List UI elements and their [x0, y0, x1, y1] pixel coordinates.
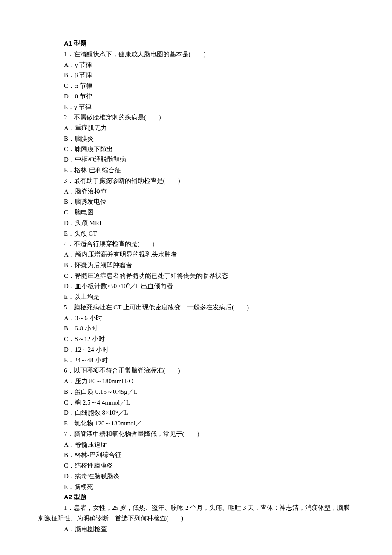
- option-text: B．脑诱发电位: [64, 198, 107, 205]
- option: B．格林-巴利综合征: [38, 450, 354, 460]
- option-text: D．中枢神经脱髓鞘病: [64, 156, 126, 163]
- option: A．脑脊液检查: [38, 186, 354, 197]
- section-header-a1: A1 型题: [38, 38, 354, 49]
- option: A．3～6 小时: [38, 313, 354, 324]
- option: B．脑诱发电位: [38, 197, 354, 207]
- option: C．8～12 小时: [38, 334, 354, 344]
- question-text: 4．不适合行腰穿检查的是( ): [64, 240, 155, 247]
- question-text: 1．在清醒状态下，健康成人脑电图的基本是( ): [64, 51, 206, 58]
- option: A．脑电图检查: [38, 524, 354, 535]
- option: B．脑膜炎: [38, 133, 354, 144]
- option-text: C．α 节律: [64, 82, 92, 89]
- option: E．脑梗死: [38, 482, 354, 492]
- option-text: B．β 节律: [64, 72, 92, 78]
- option: A．脊髓压迫症: [38, 439, 354, 450]
- option: A．γ 节律: [38, 60, 354, 70]
- option-text: E．以上均是: [64, 293, 100, 300]
- option-text: C．蛛网膜下隙出: [64, 146, 113, 153]
- option: A．重症肌无力: [38, 123, 354, 133]
- option-text: A．3～6 小时: [64, 315, 102, 321]
- option-text: A．脊髓压迫症: [64, 441, 107, 448]
- section-header-a1-text: A1 型题: [64, 40, 86, 47]
- question-stem: 7．脑脊液中糖和氯化物含量降低，常见于( ): [38, 429, 354, 439]
- option: D．头颅 MRI: [38, 218, 354, 228]
- option-text: B．格林-巴利综合征: [64, 451, 121, 458]
- option: E．γ 节律: [38, 102, 354, 113]
- option-text: A．压力 80～180mmH₂O: [64, 378, 133, 384]
- option: D．中枢神经脱髓鞘病: [38, 154, 354, 165]
- option: B．蛋白质 0.15～0.45g／L: [38, 387, 354, 397]
- option-text: E．γ 节律: [64, 104, 92, 110]
- option-text: E．头颅 CT: [64, 230, 97, 237]
- option-text: D．12～24 小时: [64, 346, 109, 353]
- option: D．病毒性脑膜脑炎: [38, 471, 354, 482]
- option-text: C．脊髓压迫症患者的脊髓功能已处于即将丧失的临界状态: [64, 272, 228, 279]
- option-text: D．θ 节律: [64, 93, 92, 100]
- question-stem: 3．最有助于癫痫诊断的辅助检查是( ): [38, 176, 354, 186]
- option-text: D．血小板计数<50×10⁹／L 出血倾向者: [64, 283, 173, 289]
- question-stem: 2．不需做腰椎穿刺的疾病是( ): [38, 112, 354, 123]
- option-text: E．格林-巴利综合征: [64, 167, 121, 173]
- option-text: B．蛋白质 0.15～0.45g／L: [64, 388, 138, 395]
- option-text: A．颅内压增高并有明显的视乳头水肿者: [64, 251, 177, 258]
- question-text: 7．脑脊液中糖和氯化物含量降低，常见于( ): [64, 431, 199, 437]
- option-text: B．6-8 小时: [64, 325, 98, 332]
- option: B．β 节律: [38, 70, 354, 81]
- option: C．脊髓压迫症患者的脊髓功能已处于即将丧失的临界状态: [38, 271, 354, 281]
- option-text: C．脑电图: [64, 209, 94, 216]
- question-text: 6．以下哪项不符合正常脑脊液标准( ): [64, 367, 180, 374]
- option: E．24～48 小时: [38, 355, 354, 366]
- option: E．格林-巴利综合征: [38, 165, 354, 176]
- option-text: A．脑电图检查: [64, 526, 107, 532]
- option-text: B．怀疑为后颅凹肿瘤者: [64, 262, 132, 269]
- option-text: A．γ 节律: [64, 61, 92, 68]
- option: E．以上均是: [38, 292, 354, 302]
- option-text: D．白细胞数 8×10⁶／L: [64, 409, 128, 416]
- question-text: 2．不需做腰椎穿刺的疾病是( ): [64, 114, 161, 121]
- question-text: 5．脑梗死病灶在 CT 上可出现低密度改变，一般多在发病后( ): [64, 304, 249, 311]
- option: C．糖 2.5～4.4mmol／L: [38, 397, 354, 408]
- option: D．θ 节律: [38, 91, 354, 102]
- question-stem: 1．患者，女性，25 岁，低热、盗汗、咳嗽 2 个月，头痛、呕吐 3 天，查体：…: [38, 503, 354, 524]
- option: B．怀疑为后颅凹肿瘤者: [38, 260, 354, 271]
- question-text: 1．患者，女性，25 岁，低热、盗汗、咳嗽 2 个月，头痛、呕吐 3 天，查体：…: [38, 504, 350, 522]
- question-stem: 6．以下哪项不符合正常脑脊液标准( ): [38, 365, 354, 376]
- option: A．颅内压增高并有明显的视乳头水肿者: [38, 249, 354, 260]
- question-stem: 4．不适合行腰穿检查的是( ): [38, 239, 354, 249]
- option: C．脑电图: [38, 207, 354, 218]
- option-text: A．重症肌无力: [64, 124, 107, 131]
- option-text: E．24～48 小时: [64, 357, 108, 364]
- option: D．血小板计数<50×10⁹／L 出血倾向者: [38, 281, 354, 292]
- option-text: D．头颅 MRI: [64, 220, 101, 226]
- option: E．氯化物 120～130mmol／: [38, 418, 354, 429]
- option-text: D．病毒性脑膜脑炎: [64, 473, 120, 480]
- option: C．蛛网膜下隙出: [38, 144, 354, 155]
- document-page: A1 型题 1．在清醒状态下，健康成人脑电图的基本是( ) A．γ 节律 B．β…: [0, 0, 392, 555]
- option: C．α 节律: [38, 81, 354, 91]
- option: B．6-8 小时: [38, 323, 354, 334]
- option: E．头颅 CT: [38, 228, 354, 239]
- option-text: C．结核性脑膜炎: [64, 462, 113, 469]
- question-text: 3．最有助于癫痫诊断的辅助检查是( ): [64, 177, 180, 184]
- option-text: E．脑梗死: [64, 483, 93, 490]
- option: C．结核性脑膜炎: [38, 460, 354, 471]
- option: A．压力 80～180mmH₂O: [38, 376, 354, 387]
- section-header-a2-text: A2 型题: [64, 493, 86, 500]
- option: D．白细胞数 8×10⁶／L: [38, 408, 354, 418]
- question-stem: 5．脑梗死病灶在 CT 上可出现低密度改变，一般多在发病后( ): [38, 302, 354, 313]
- option-text: C．糖 2.5～4.4mmol／L: [64, 399, 130, 406]
- option-text: B．脑膜炎: [64, 135, 94, 142]
- option-text: C．8～12 小时: [64, 335, 105, 342]
- section-header-a2: A2 型题: [38, 492, 354, 503]
- option-text: E．氯化物 120～130mmol／: [64, 420, 142, 427]
- option-text: A．脑脊液检查: [64, 188, 107, 195]
- question-stem: 1．在清醒状态下，健康成人脑电图的基本是( ): [38, 49, 354, 60]
- option: D．12～24 小时: [38, 344, 354, 355]
